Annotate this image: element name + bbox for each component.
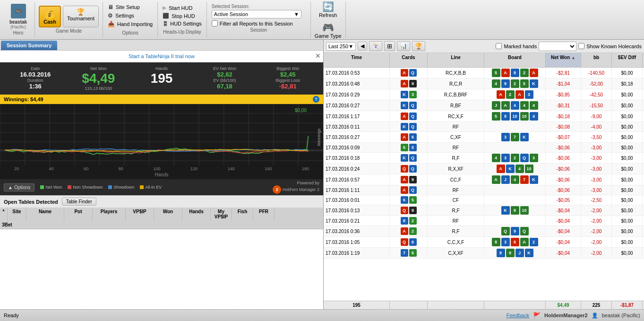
site-setup-item[interactable]: 🖥 Site Setup bbox=[108, 4, 153, 10]
stop-hud-item[interactable]: ⬛ Stop HUD bbox=[163, 13, 202, 19]
table-row[interactable]: 17.03.2016 0:0955RF-$0,06-3,00$0,00MP bbox=[324, 143, 644, 153]
col-net-won[interactable]: Net Won ▲ bbox=[546, 53, 581, 67]
cell-net-won: -$0,04 bbox=[546, 205, 581, 216]
marked-hands-checkbox[interactable] bbox=[496, 43, 502, 49]
filter-checkbox[interactable] bbox=[212, 20, 218, 26]
cell-board: JA444 bbox=[484, 100, 546, 111]
board-card: K bbox=[506, 165, 515, 173]
col-bb[interactable]: bb bbox=[581, 53, 612, 67]
footer-bb: 225 bbox=[581, 301, 612, 309]
cell-ev: $0,00 bbox=[612, 185, 643, 195]
board-card: K bbox=[530, 175, 538, 184]
table-row[interactable]: 17.03.2016 1:05Q6C,C,X,F836A2-$0,04-2,00… bbox=[324, 237, 644, 248]
table-row[interactable]: 17.03.2016 0:29K3R,C,B,BRFA2A3-$0,85-42,… bbox=[324, 89, 644, 100]
help-icon[interactable]: ? bbox=[313, 96, 319, 103]
cell-cards: QQ bbox=[390, 164, 428, 174]
table-row[interactable]: 17.03.2016 0:53AQRC,X,B,B5A82A-$2,81-140… bbox=[324, 68, 644, 78]
card: K bbox=[401, 91, 408, 98]
board-card: A bbox=[530, 69, 538, 77]
table-row[interactable]: 17.03.2016 1:11AQRF-$0,06-3,00$0,00EP bbox=[324, 185, 644, 195]
legend-dot-allin-ev bbox=[140, 185, 144, 189]
show-holecards-checkbox[interactable] bbox=[578, 43, 584, 49]
board-card: A bbox=[497, 165, 505, 173]
chevron-down-icon: ▼ bbox=[294, 11, 299, 17]
cell-line: RF bbox=[428, 143, 484, 152]
left-panel: Session Summary Start a TableNinja II tr… bbox=[0, 40, 324, 309]
start-hud-item[interactable]: ▶ Start HUD bbox=[163, 5, 202, 11]
col-site: Site bbox=[8, 208, 26, 221]
table-row[interactable]: 17.03.2016 0:13Q9R,FK810-$0,04-2,00$0,00… bbox=[324, 205, 644, 216]
trial-close-button[interactable]: ✕ bbox=[315, 52, 321, 60]
feedback-link[interactable]: Feedback bbox=[507, 312, 529, 318]
cell-cards: Q6 bbox=[390, 237, 428, 247]
board-card: Q bbox=[520, 154, 529, 162]
table-row[interactable]: 17.03.2016 0:36A2R,FQ9Q-$0,04-2,00$0,00B… bbox=[324, 226, 644, 237]
col-line[interactable]: Line bbox=[428, 53, 484, 67]
card: 2 bbox=[409, 227, 417, 235]
cell-net-won: -$0,05 bbox=[546, 195, 581, 205]
col-board[interactable]: Board bbox=[484, 53, 546, 67]
card: Q bbox=[409, 123, 417, 130]
cell-net-won: -$1,04 bbox=[546, 78, 581, 89]
table-finder-button[interactable]: Table Finder bbox=[62, 198, 96, 206]
col-cards[interactable]: Cards bbox=[390, 53, 428, 67]
session-dropdown[interactable]: Active Session ▼ bbox=[212, 10, 301, 18]
card: K bbox=[401, 154, 408, 162]
table-row[interactable]: 17.03.2016 0:48A9R,C,R4925K-$1,04-52,00$… bbox=[324, 78, 644, 89]
col-ev-diff[interactable]: $EV Diff bbox=[612, 53, 643, 67]
cell-line: RC,X,B,B bbox=[428, 68, 484, 78]
tournament-button[interactable]: 🏆 Tournament bbox=[63, 6, 99, 27]
bar-chart-button[interactable]: 📊 bbox=[397, 41, 410, 51]
hud-settings-item[interactable]: 🎛 HUD Settings bbox=[163, 21, 202, 26]
col-won: Won bbox=[154, 208, 182, 221]
cell-time: 17.03.2016 0:57 bbox=[324, 174, 390, 185]
date-stat: Date 16.03.2016 Duration 1:36 bbox=[5, 66, 66, 91]
card: 3 bbox=[409, 91, 417, 98]
cell-bb: -2,00 bbox=[581, 248, 612, 258]
trophy-filter-button[interactable]: 🏆 bbox=[412, 41, 425, 51]
table-row[interactable]: 17.03.2016 0:27KQR,BFJA444-$0,31-15,50$0… bbox=[324, 100, 644, 111]
cell-time: 17.03.2016 0:21 bbox=[324, 216, 390, 226]
marked-hands-select[interactable] bbox=[539, 42, 576, 51]
hand-importing-item[interactable]: 📥 Hand Importing bbox=[108, 21, 153, 27]
last-250-select[interactable]: Last 250 ▼ bbox=[326, 42, 356, 51]
table-row[interactable]: 17.03.2016 0:11KQRF-$0,08-4,00$0,00CO bbox=[324, 122, 644, 132]
table-row[interactable]: 17.03.2016 0:24QQR,X,XFAK410-$0,06-3,00$… bbox=[324, 164, 644, 174]
board-card: 2 bbox=[511, 79, 519, 88]
cell-cards: AQ bbox=[390, 68, 428, 78]
card: Q bbox=[409, 69, 417, 77]
col-time[interactable]: Time bbox=[324, 53, 390, 67]
cell-time: 17.03.2016 1:11 bbox=[324, 185, 390, 195]
open-tables-header: Open Tables Detected Table Finder bbox=[0, 195, 323, 208]
trial-link[interactable]: Start a TableNinja II trial now bbox=[129, 53, 195, 59]
cell-bb: -9,00 bbox=[581, 111, 612, 121]
refresh-gametype-section: 🔄 Refresh 🎮 Game Type bbox=[311, 2, 346, 37]
table-row[interactable]: 17.03.2016 0:27A6C,XF37K-$0,07-3,50$0,00… bbox=[324, 132, 644, 143]
refresh-button[interactable]: 🔄 Refresh bbox=[319, 1, 337, 18]
table-row[interactable]: 17.03.2016 1:1976C,X,XF89JK-$0,04-2,00$0… bbox=[324, 248, 644, 259]
table-row[interactable]: 17.03.2016 0:57A9CC,FAJ47K-$0,06-3,00$0,… bbox=[324, 174, 644, 185]
cell-net-won: -$0,06 bbox=[546, 185, 581, 195]
cell-bb: -2,50 bbox=[581, 195, 612, 205]
cards-view-button[interactable]: 🃏 bbox=[369, 41, 382, 51]
card: 9 bbox=[409, 176, 417, 183]
grid-view-button[interactable]: ⊞ bbox=[384, 41, 395, 51]
cash-button[interactable]: 💰 Cash bbox=[39, 6, 61, 27]
board-card: 7 bbox=[511, 133, 519, 141]
board-card: 9 bbox=[501, 79, 510, 88]
options-button[interactable]: ▲ Options bbox=[4, 183, 34, 191]
table-row[interactable]: 17.03.2016 0:0165CF-$0,05-2,50$0,00CO bbox=[324, 195, 644, 205]
cell-net-won: -$0,06 bbox=[546, 153, 581, 163]
toolbar: 🎮 beastak (Pacific) Hero 💰 Cash 🏆 Tourna… bbox=[0, 0, 644, 40]
main-content: Session Summary Start a TableNinja II tr… bbox=[0, 40, 644, 309]
table-row[interactable]: 17.03.2016 0:18KQR,F432Q3-$0,06-3,00$0,0… bbox=[324, 153, 644, 164]
filter-checkbox-row[interactable]: Filter all Reports to this Session bbox=[212, 20, 306, 26]
prev-button[interactable]: ◀ bbox=[358, 42, 367, 51]
table-row[interactable]: 17.03.2016 1:17AQRC,X,F5910104-$0,18-9,0… bbox=[324, 111, 644, 122]
card: A bbox=[401, 80, 408, 87]
table-row[interactable]: 17.03.2016 0:2182RF-$0,04-2,00$0,00BTN bbox=[324, 216, 644, 226]
card: Q bbox=[401, 238, 408, 246]
settings-item[interactable]: ⚙ Settings bbox=[108, 12, 153, 19]
session-summary-tab[interactable]: Session Summary bbox=[1, 41, 57, 50]
game-type-button[interactable]: 🎮 Game Type bbox=[315, 22, 342, 39]
